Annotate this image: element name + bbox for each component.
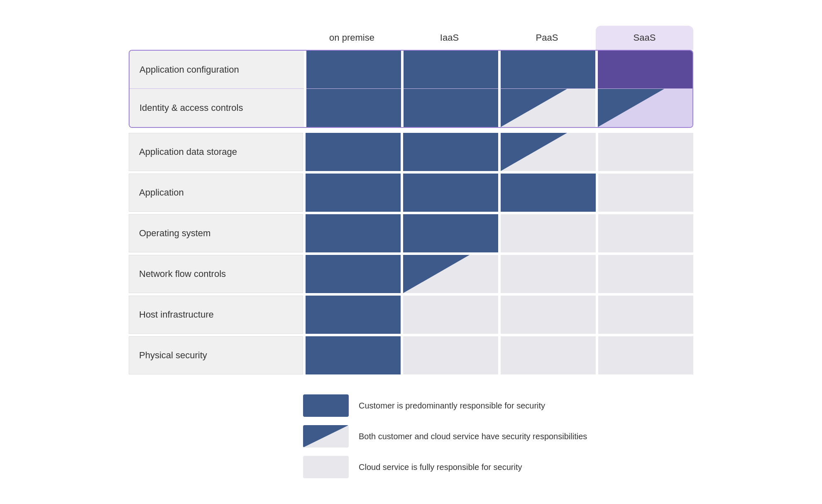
cell-app-config-paas [501, 51, 595, 89]
cell-os-paas [501, 214, 596, 252]
cell-network-on-premise [306, 255, 401, 293]
row-label-app-config: Application configuration [130, 51, 304, 89]
cell-host-paas [501, 296, 596, 334]
row-label-host: Host infrastructure [129, 296, 303, 334]
legend-item-split: Both customer and cloud service have sec… [303, 425, 693, 448]
highlighted-group: Application configuration Identity & acc… [129, 50, 693, 128]
row-label-app-data: Application data storage [129, 133, 303, 171]
header-cols: on premise IaaS PaaS SaaS [303, 26, 693, 50]
table-row: Host infrastructure [129, 296, 693, 334]
table-row: Identity & access controls [130, 89, 692, 127]
table-row: Physical security [129, 336, 693, 374]
legend-swatch-split [303, 425, 349, 448]
chart-wrapper: on premise IaaS PaaS SaaS Ap [129, 26, 693, 478]
row-cells-application [303, 174, 693, 212]
row-label-os: Operating system [129, 214, 303, 252]
legend-swatch-grey [303, 456, 349, 478]
table-row: Application data storage [129, 133, 693, 171]
legend-item-grey: Cloud service is fully responsible for s… [303, 456, 693, 478]
cell-os-on-premise [306, 214, 401, 252]
cell-physical-saas [598, 336, 693, 374]
header-label-col [129, 26, 303, 50]
cell-os-iaas [403, 214, 498, 252]
cell-host-saas [598, 296, 693, 334]
main-container: on premise IaaS PaaS SaaS Ap [120, 9, 702, 495]
header-row: on premise IaaS PaaS SaaS [129, 26, 693, 50]
cell-application-iaas [403, 174, 498, 212]
legend-text-blue: Customer is predominantly responsible fo… [359, 401, 545, 411]
legend-swatch-blue [303, 394, 349, 417]
cell-app-data-on-premise [306, 133, 401, 171]
cell-network-iaas [403, 255, 498, 293]
row-cells-app-config [304, 51, 692, 89]
row-cells-network [303, 255, 693, 293]
cell-network-saas [598, 255, 693, 293]
cell-application-saas [598, 174, 693, 212]
table-row: Operating system [129, 214, 693, 252]
cell-application-on-premise [306, 174, 401, 212]
legend-text-split: Both customer and cloud service have sec… [359, 432, 587, 441]
legend-item-blue: Customer is predominantly responsible fo… [303, 394, 693, 417]
cell-app-data-saas [598, 133, 693, 171]
row-label-physical: Physical security [129, 336, 303, 374]
row-cells-os [303, 214, 693, 252]
cell-application-paas [501, 174, 596, 212]
header-col-saas: SaaS [596, 26, 693, 50]
cell-physical-paas [501, 336, 596, 374]
header-col-on-premise: on premise [303, 26, 401, 50]
cell-app-data-paas [501, 133, 596, 171]
cell-app-data-iaas [403, 133, 498, 171]
cell-app-config-saas [598, 51, 692, 89]
table-row: Application configuration [130, 51, 692, 89]
legend: Customer is predominantly responsible fo… [129, 394, 693, 478]
row-label-identity: Identity & access controls [130, 89, 304, 127]
cell-identity-on-premise [306, 89, 401, 127]
table-row: Application [129, 174, 693, 212]
row-cells-host [303, 296, 693, 334]
cell-physical-on-premise [306, 336, 401, 374]
cell-host-on-premise [306, 296, 401, 334]
cell-host-iaas [403, 296, 498, 334]
row-cells-physical [303, 336, 693, 374]
cell-physical-iaas [403, 336, 498, 374]
header-col-paas: PaaS [498, 26, 596, 50]
cell-identity-saas [598, 89, 692, 127]
legend-text-grey: Cloud service is fully responsible for s… [359, 462, 522, 472]
cell-identity-paas [501, 89, 595, 127]
row-cells-app-data [303, 133, 693, 171]
cell-app-config-on-premise [306, 51, 401, 89]
cell-network-paas [501, 255, 596, 293]
row-label-application: Application [129, 174, 303, 212]
table-row: Network flow controls [129, 255, 693, 293]
cell-identity-iaas [404, 89, 498, 127]
header-col-iaas: IaaS [401, 26, 498, 50]
table-body: Application configuration Identity & acc… [129, 50, 693, 374]
row-cells-identity [304, 89, 692, 127]
row-label-network: Network flow controls [129, 255, 303, 293]
cell-os-saas [598, 214, 693, 252]
cell-app-config-iaas [404, 51, 498, 89]
